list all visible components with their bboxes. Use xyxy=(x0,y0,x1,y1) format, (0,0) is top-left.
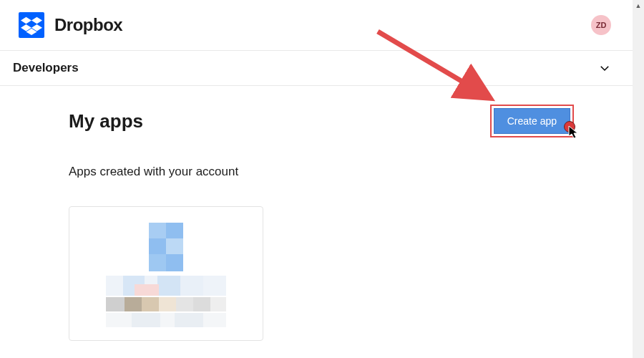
svg-marker-7 xyxy=(569,126,577,138)
create-app-button[interactable]: Create app xyxy=(494,108,570,134)
brand[interactable]: Dropbox xyxy=(19,12,122,38)
page-title: My apps xyxy=(69,110,143,132)
app-card[interactable] xyxy=(69,206,263,341)
developers-title: Developers xyxy=(13,61,79,75)
subtitle: Apps created with your account xyxy=(69,165,633,179)
avatar[interactable]: ZD xyxy=(591,15,611,35)
dropbox-logo-icon xyxy=(19,12,44,38)
app-card-thumbnail-blurred xyxy=(89,223,243,327)
chevron-down-icon xyxy=(598,62,611,74)
cursor-icon xyxy=(568,125,580,140)
svg-marker-1 xyxy=(31,17,42,24)
header: Dropbox ZD xyxy=(0,0,633,50)
main: My apps Create app Apps created with you… xyxy=(0,86,633,341)
scrollbar[interactable]: ▲ xyxy=(633,0,644,358)
svg-marker-0 xyxy=(21,17,31,24)
scroll-up-icon[interactable]: ▲ xyxy=(633,0,644,11)
brand-name: Dropbox xyxy=(54,15,122,35)
annotation-highlight: Create app xyxy=(490,105,574,137)
developers-bar[interactable]: Developers xyxy=(0,51,633,85)
